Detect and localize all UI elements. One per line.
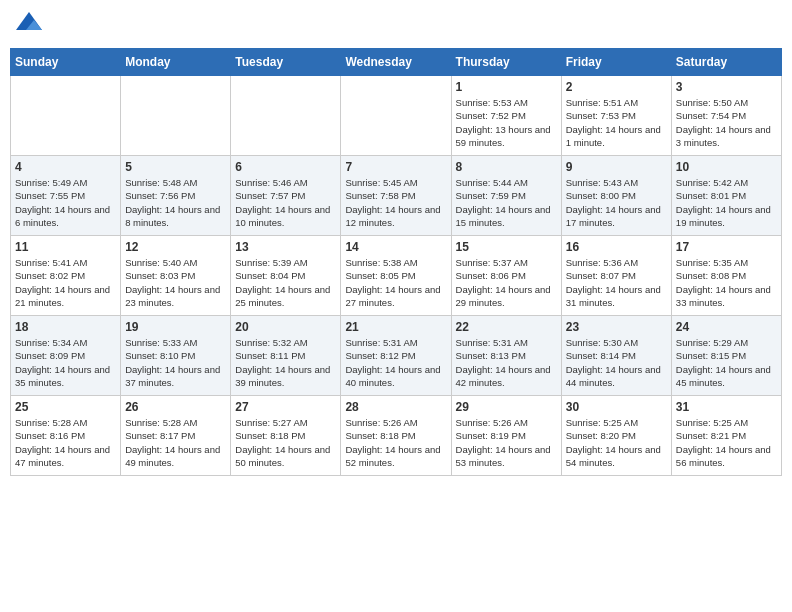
day-number: 5 [125, 160, 226, 174]
calendar-week-5: 25Sunrise: 5:28 AMSunset: 8:16 PMDayligh… [11, 396, 782, 476]
day-number: 22 [456, 320, 557, 334]
calendar-cell: 21Sunrise: 5:31 AMSunset: 8:12 PMDayligh… [341, 316, 451, 396]
calendar-cell: 27Sunrise: 5:27 AMSunset: 8:18 PMDayligh… [231, 396, 341, 476]
calendar-week-2: 4Sunrise: 5:49 AMSunset: 7:55 PMDaylight… [11, 156, 782, 236]
calendar-cell: 22Sunrise: 5:31 AMSunset: 8:13 PMDayligh… [451, 316, 561, 396]
day-info: Sunrise: 5:36 AMSunset: 8:07 PMDaylight:… [566, 256, 667, 309]
calendar-cell [11, 76, 121, 156]
day-number: 17 [676, 240, 777, 254]
calendar-cell: 1Sunrise: 5:53 AMSunset: 7:52 PMDaylight… [451, 76, 561, 156]
day-info: Sunrise: 5:26 AMSunset: 8:19 PMDaylight:… [456, 416, 557, 469]
calendar-cell: 7Sunrise: 5:45 AMSunset: 7:58 PMDaylight… [341, 156, 451, 236]
day-number: 2 [566, 80, 667, 94]
calendar-cell: 14Sunrise: 5:38 AMSunset: 8:05 PMDayligh… [341, 236, 451, 316]
day-info: Sunrise: 5:41 AMSunset: 8:02 PMDaylight:… [15, 256, 116, 309]
logo [14, 10, 48, 40]
header-wednesday: Wednesday [341, 49, 451, 76]
calendar-cell [341, 76, 451, 156]
day-number: 30 [566, 400, 667, 414]
day-info: Sunrise: 5:40 AMSunset: 8:03 PMDaylight:… [125, 256, 226, 309]
calendar-cell: 13Sunrise: 5:39 AMSunset: 8:04 PMDayligh… [231, 236, 341, 316]
calendar-cell: 12Sunrise: 5:40 AMSunset: 8:03 PMDayligh… [121, 236, 231, 316]
day-number: 12 [125, 240, 226, 254]
day-info: Sunrise: 5:31 AMSunset: 8:12 PMDaylight:… [345, 336, 446, 389]
calendar-cell: 25Sunrise: 5:28 AMSunset: 8:16 PMDayligh… [11, 396, 121, 476]
calendar-cell: 28Sunrise: 5:26 AMSunset: 8:18 PMDayligh… [341, 396, 451, 476]
day-number: 10 [676, 160, 777, 174]
day-info: Sunrise: 5:53 AMSunset: 7:52 PMDaylight:… [456, 96, 557, 149]
calendar-cell: 3Sunrise: 5:50 AMSunset: 7:54 PMDaylight… [671, 76, 781, 156]
calendar-cell: 8Sunrise: 5:44 AMSunset: 7:59 PMDaylight… [451, 156, 561, 236]
calendar: SundayMondayTuesdayWednesdayThursdayFrid… [10, 48, 782, 476]
calendar-cell: 10Sunrise: 5:42 AMSunset: 8:01 PMDayligh… [671, 156, 781, 236]
calendar-week-4: 18Sunrise: 5:34 AMSunset: 8:09 PMDayligh… [11, 316, 782, 396]
day-info: Sunrise: 5:28 AMSunset: 8:17 PMDaylight:… [125, 416, 226, 469]
header-friday: Friday [561, 49, 671, 76]
day-info: Sunrise: 5:29 AMSunset: 8:15 PMDaylight:… [676, 336, 777, 389]
day-info: Sunrise: 5:37 AMSunset: 8:06 PMDaylight:… [456, 256, 557, 309]
calendar-cell: 17Sunrise: 5:35 AMSunset: 8:08 PMDayligh… [671, 236, 781, 316]
day-info: Sunrise: 5:30 AMSunset: 8:14 PMDaylight:… [566, 336, 667, 389]
day-info: Sunrise: 5:48 AMSunset: 7:56 PMDaylight:… [125, 176, 226, 229]
calendar-cell: 29Sunrise: 5:26 AMSunset: 8:19 PMDayligh… [451, 396, 561, 476]
calendar-cell: 30Sunrise: 5:25 AMSunset: 8:20 PMDayligh… [561, 396, 671, 476]
day-number: 14 [345, 240, 446, 254]
day-info: Sunrise: 5:25 AMSunset: 8:20 PMDaylight:… [566, 416, 667, 469]
day-info: Sunrise: 5:49 AMSunset: 7:55 PMDaylight:… [15, 176, 116, 229]
calendar-cell: 4Sunrise: 5:49 AMSunset: 7:55 PMDaylight… [11, 156, 121, 236]
day-info: Sunrise: 5:31 AMSunset: 8:13 PMDaylight:… [456, 336, 557, 389]
day-info: Sunrise: 5:42 AMSunset: 8:01 PMDaylight:… [676, 176, 777, 229]
day-number: 13 [235, 240, 336, 254]
calendar-cell: 31Sunrise: 5:25 AMSunset: 8:21 PMDayligh… [671, 396, 781, 476]
day-number: 15 [456, 240, 557, 254]
calendar-cell: 24Sunrise: 5:29 AMSunset: 8:15 PMDayligh… [671, 316, 781, 396]
day-info: Sunrise: 5:45 AMSunset: 7:58 PMDaylight:… [345, 176, 446, 229]
day-number: 29 [456, 400, 557, 414]
day-info: Sunrise: 5:33 AMSunset: 8:10 PMDaylight:… [125, 336, 226, 389]
day-number: 3 [676, 80, 777, 94]
calendar-cell [121, 76, 231, 156]
day-info: Sunrise: 5:39 AMSunset: 8:04 PMDaylight:… [235, 256, 336, 309]
calendar-cell: 19Sunrise: 5:33 AMSunset: 8:10 PMDayligh… [121, 316, 231, 396]
day-number: 18 [15, 320, 116, 334]
calendar-header-row: SundayMondayTuesdayWednesdayThursdayFrid… [11, 49, 782, 76]
day-info: Sunrise: 5:35 AMSunset: 8:08 PMDaylight:… [676, 256, 777, 309]
calendar-cell: 15Sunrise: 5:37 AMSunset: 8:06 PMDayligh… [451, 236, 561, 316]
calendar-cell: 11Sunrise: 5:41 AMSunset: 8:02 PMDayligh… [11, 236, 121, 316]
day-info: Sunrise: 5:26 AMSunset: 8:18 PMDaylight:… [345, 416, 446, 469]
day-info: Sunrise: 5:32 AMSunset: 8:11 PMDaylight:… [235, 336, 336, 389]
calendar-cell: 2Sunrise: 5:51 AMSunset: 7:53 PMDaylight… [561, 76, 671, 156]
day-number: 8 [456, 160, 557, 174]
calendar-cell: 9Sunrise: 5:43 AMSunset: 8:00 PMDaylight… [561, 156, 671, 236]
day-info: Sunrise: 5:28 AMSunset: 8:16 PMDaylight:… [15, 416, 116, 469]
day-info: Sunrise: 5:46 AMSunset: 7:57 PMDaylight:… [235, 176, 336, 229]
calendar-cell: 18Sunrise: 5:34 AMSunset: 8:09 PMDayligh… [11, 316, 121, 396]
header-tuesday: Tuesday [231, 49, 341, 76]
calendar-cell [231, 76, 341, 156]
logo-icon [14, 10, 44, 40]
day-number: 4 [15, 160, 116, 174]
day-info: Sunrise: 5:50 AMSunset: 7:54 PMDaylight:… [676, 96, 777, 149]
day-number: 28 [345, 400, 446, 414]
day-info: Sunrise: 5:43 AMSunset: 8:00 PMDaylight:… [566, 176, 667, 229]
day-number: 23 [566, 320, 667, 334]
day-number: 9 [566, 160, 667, 174]
day-number: 11 [15, 240, 116, 254]
calendar-cell: 5Sunrise: 5:48 AMSunset: 7:56 PMDaylight… [121, 156, 231, 236]
day-number: 27 [235, 400, 336, 414]
day-number: 6 [235, 160, 336, 174]
day-number: 21 [345, 320, 446, 334]
calendar-cell: 26Sunrise: 5:28 AMSunset: 8:17 PMDayligh… [121, 396, 231, 476]
day-number: 31 [676, 400, 777, 414]
header-sunday: Sunday [11, 49, 121, 76]
calendar-cell: 23Sunrise: 5:30 AMSunset: 8:14 PMDayligh… [561, 316, 671, 396]
calendar-week-3: 11Sunrise: 5:41 AMSunset: 8:02 PMDayligh… [11, 236, 782, 316]
calendar-week-1: 1Sunrise: 5:53 AMSunset: 7:52 PMDaylight… [11, 76, 782, 156]
day-info: Sunrise: 5:27 AMSunset: 8:18 PMDaylight:… [235, 416, 336, 469]
day-info: Sunrise: 5:44 AMSunset: 7:59 PMDaylight:… [456, 176, 557, 229]
day-number: 25 [15, 400, 116, 414]
calendar-cell: 20Sunrise: 5:32 AMSunset: 8:11 PMDayligh… [231, 316, 341, 396]
day-number: 16 [566, 240, 667, 254]
calendar-cell: 6Sunrise: 5:46 AMSunset: 7:57 PMDaylight… [231, 156, 341, 236]
page-header [10, 10, 782, 40]
